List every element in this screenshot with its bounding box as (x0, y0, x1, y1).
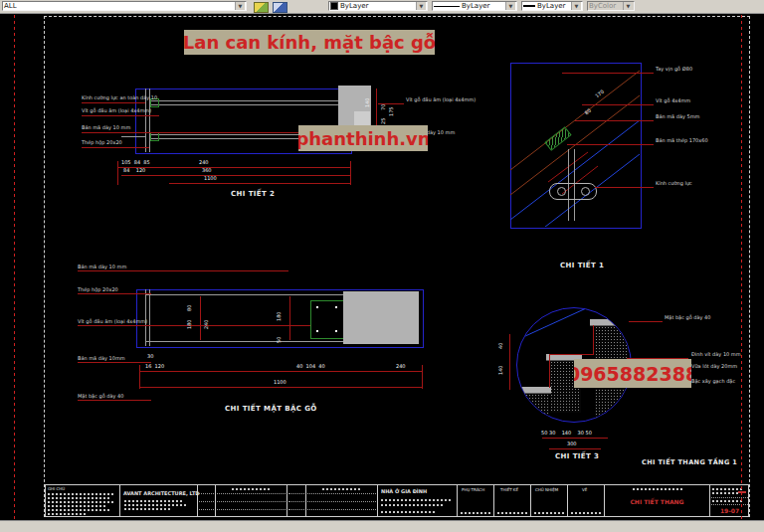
leader-line (595, 187, 654, 188)
dim-text: 240 (204, 319, 209, 329)
grid-line (288, 501, 304, 502)
step-plan-fill (343, 291, 419, 344)
dim-text: 360 (202, 168, 212, 173)
dim-text: 30 (147, 354, 153, 359)
stair-detail-title: CHI TIẾT THANG TẦNG 1 (642, 458, 737, 466)
project-line (381, 499, 451, 501)
watermark-phone-text: 0965882388 (574, 363, 691, 385)
watermark-website-text: phanthinh.vn (298, 128, 428, 149)
dim-text: 240 (199, 160, 209, 165)
layer-filter-dropdown[interactable]: ALL ▼ (2, 1, 247, 11)
annotation: Bậc xây gạch đặc (691, 379, 735, 385)
leader-line (582, 104, 654, 105)
grid-line (199, 493, 214, 494)
grid-line (217, 493, 286, 494)
dim-line (509, 334, 510, 390)
layer-properties-icon[interactable] (273, 2, 287, 13)
annotation: Bản mã dày 5mm (656, 114, 700, 120)
dim-line (139, 371, 422, 372)
screw-line (121, 136, 145, 137)
grid-line (199, 501, 214, 502)
step-profile-line (549, 355, 550, 388)
dim-line (169, 183, 350, 184)
color-swatch (330, 2, 338, 10)
dim-text: 50 30 140 30 50 (541, 431, 592, 436)
dim-text: 25 (381, 118, 386, 124)
bolt-hole (581, 187, 590, 196)
drawing-title: CHI TIẾT THANG (605, 498, 709, 505)
chevron-down-icon[interactable]: ▼ (416, 2, 426, 10)
watermark-phone: 0965882388 (574, 359, 691, 388)
company-line (124, 504, 188, 506)
lineweight-sample (523, 5, 535, 7)
company-line (124, 500, 184, 502)
dim-text: 300 (567, 442, 577, 446)
annotation: Vít gỗ đầu âm (loại 4x4mm) (82, 108, 151, 114)
grid-line (307, 493, 376, 494)
color-value: ByLayer (340, 2, 368, 10)
notes-header: GHI CHÚ (48, 486, 65, 491)
signature-header: THIẾT KẾ (500, 487, 518, 492)
detail2-title: CHI TIẾT 2 (231, 190, 275, 198)
linetype-control-dropdown[interactable]: ByLayer ▼ (432, 1, 517, 11)
annotation: Bản mã dày 10mm (78, 356, 125, 362)
signature-header: CHỦ NHIỆM (535, 487, 558, 492)
dim-text: 50 (277, 337, 282, 343)
leader-line (78, 400, 151, 401)
sheet-info-line (712, 492, 738, 494)
step-profile-line (549, 354, 593, 355)
signature-name (461, 512, 490, 514)
layers-icon[interactable] (254, 2, 269, 13)
leader-line (82, 102, 145, 103)
dim-ext-line (139, 365, 140, 389)
leader-line (82, 147, 149, 148)
signature-name (497, 512, 527, 514)
grid-line (288, 509, 304, 510)
signature-col: CHỦ NHIỆM (531, 485, 568, 516)
dim-text: 175 (389, 106, 394, 116)
weld-hatch (150, 132, 159, 141)
leader-line (78, 362, 151, 363)
annotation: Bản mã dày 10 mm (82, 125, 130, 131)
steel-bar-line (149, 100, 343, 101)
revision-header (232, 488, 272, 490)
sheet-info-line (712, 500, 742, 502)
dim-text: 180 (187, 319, 192, 329)
leader-line (78, 325, 310, 326)
dim-line (117, 167, 350, 168)
company-cell: AVANT ARCHITECTURE, LTD (120, 485, 198, 516)
step-profile-line (593, 325, 594, 355)
color-control-dropdown[interactable]: ByLayer ▼ (328, 1, 428, 11)
notes-line (48, 513, 88, 515)
signature-name (534, 512, 564, 514)
dim-text: 1100 (274, 380, 286, 385)
notes-line (48, 501, 113, 503)
plot-margin-line-left (14, 3, 15, 520)
linetype-sample (434, 6, 460, 7)
bolt-dot (335, 330, 337, 332)
annotation: Vít gỗ đầu âm (loại 4x4mm) (406, 97, 476, 103)
lineweight-value: ByLayer (537, 2, 565, 10)
annotation: Tay vịn gỗ Ø80 (656, 67, 692, 73)
project-line (381, 511, 437, 513)
annotation: Vít gỗ đầu âm (loại 4x4mm) (78, 319, 147, 325)
autocad-window: ALL ▼ ByLayer ▼ ByLayer ▼ ByLayer ▼ ByCo… (0, 0, 764, 532)
status-strip (0, 520, 764, 532)
lineweight-control-dropdown[interactable]: ByLayer ▼ (521, 1, 583, 11)
bolt-dot (316, 330, 318, 332)
leader-line (575, 120, 654, 121)
detail1-title: CHI TIẾT 1 (560, 262, 604, 269)
watermark-banner-text: Lan can kính, mặt bậc gỗ (184, 32, 435, 53)
annotation: Kính cường lực (656, 181, 692, 187)
glass-line (149, 289, 150, 346)
revision-header (322, 488, 362, 490)
linetype-value: ByLayer (462, 2, 489, 10)
chevron-down-icon[interactable]: ▼ (505, 2, 515, 10)
project-cell: NHÀ Ở GIA ĐÌNH (378, 485, 458, 516)
chevron-down-icon[interactable]: ▼ (571, 2, 581, 10)
leader-line (82, 115, 159, 116)
annotation: Mặt bậc gỗ dày 40 (78, 394, 123, 400)
chevron-down-icon[interactable]: ▼ (235, 2, 245, 10)
notes-cell: GHI CHÚ (46, 485, 120, 516)
project-line (381, 504, 445, 506)
